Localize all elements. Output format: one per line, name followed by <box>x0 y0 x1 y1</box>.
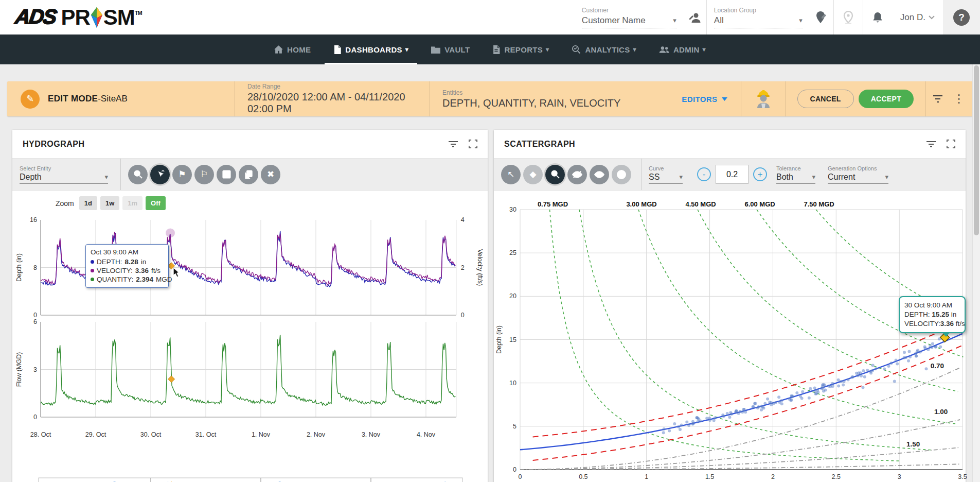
svg-text:2.5: 2.5 <box>832 473 841 480</box>
help-icon[interactable]: ? <box>953 9 970 26</box>
hydrograph-title: HYDROGRAPH <box>23 140 85 149</box>
decrease-button[interactable]: - <box>697 167 711 181</box>
svg-text:3: 3 <box>898 473 901 480</box>
edit-mode-site: -SiteAB <box>98 94 128 104</box>
app-header: ADS PR SM TM Customer Customer Name ▾ <box>0 0 980 35</box>
fullscreen-icon[interactable] <box>947 140 955 148</box>
scattergraph-tooltip: 30 Oct 9:00 AM DEPTH: 15.25 in VELOCITY:… <box>899 296 966 333</box>
editors-label: EDITORS <box>682 95 717 104</box>
generation-options-dropdown[interactable]: Generation Options Current ▾ <box>828 165 888 184</box>
tooltip-label: DEPTH: <box>904 311 932 318</box>
worker-icon[interactable] <box>741 90 786 108</box>
page-scrollbar[interactable] <box>972 64 980 482</box>
pan-tool-button[interactable] <box>150 165 170 184</box>
reset-view-button[interactable] <box>612 165 631 184</box>
scattergraph-chart[interactable]: 00.511.522.533.5051015202530Depth (in)0.… <box>494 191 973 482</box>
tooltip-label: DEPTH: <box>97 257 122 266</box>
location-group-select[interactable]: Location Group All ▾ <box>707 7 810 28</box>
svg-text:0.75 MGD: 0.75 MGD <box>538 200 568 208</box>
nav-dashboards[interactable]: DASHBOARDS ▾ <box>325 35 417 64</box>
user-menu[interactable]: Jon D. <box>892 12 943 23</box>
edit-customer-icon[interactable] <box>684 0 706 35</box>
filter-icon[interactable] <box>925 95 950 103</box>
hide-points-button[interactable] <box>567 165 587 184</box>
fullscreen-icon[interactable] <box>469 140 477 148</box>
curve-dropdown[interactable]: Curve SS ▾ <box>649 165 683 184</box>
nav-analytics[interactable]: ANALYTICS ▾ <box>563 35 645 64</box>
scattergraph-title: SCATTERGRAPH <box>504 140 575 149</box>
prism-diamond-icon <box>90 7 103 28</box>
nav-label: ANALYTICS <box>585 45 630 54</box>
tooltip-value: 3.36 <box>940 320 954 328</box>
edit-data-button[interactable] <box>217 165 236 184</box>
date-range-value: 28/10/2020 12:00 AM - 04/11/2020 02:00 P… <box>247 91 417 115</box>
select-entity-dropdown[interactable]: Select Entity Depth ▾ <box>20 165 108 184</box>
flag-button[interactable]: ⚑ <box>172 165 192 184</box>
hydrograph-chart[interactable]: 0816024036Depth (in)Velocity (ft/s)Flow … <box>12 214 488 482</box>
editors-dropdown[interactable]: EDITORS <box>668 95 740 104</box>
zoom-in-button[interactable] <box>545 165 565 184</box>
scrollbar-thumb[interactable] <box>974 65 979 235</box>
nav-reports[interactable]: REPORTS ▾ <box>484 35 558 64</box>
filter-icon[interactable] <box>448 141 458 148</box>
zoom-in-button[interactable] <box>128 165 148 184</box>
trademark: TM <box>135 10 142 16</box>
copy-button[interactable] <box>239 165 258 184</box>
select-tool-button[interactable]: ↖ <box>501 165 521 184</box>
notifications-bell-icon[interactable] <box>863 0 892 35</box>
data-editor-button[interactable]: ✖ <box>261 165 280 184</box>
customer-select[interactable]: Customer Customer Name ▾ <box>575 7 684 28</box>
svg-text:0: 0 <box>33 312 37 319</box>
circle-arrow-icon <box>616 169 627 180</box>
zoom-in-icon <box>133 169 143 179</box>
hydrograph-panel: HYDROGRAPH Select Entity Depth ▾ ⚑ <box>12 130 488 482</box>
chevron-down-icon[interactable]: ▾ <box>786 16 803 24</box>
zoom-1m-button[interactable]: 1m <box>122 196 142 210</box>
chevron-down-icon[interactable]: ▾ <box>660 16 676 24</box>
svg-text:3. Nov: 3. Nov <box>362 431 381 438</box>
tolerance-input[interactable] <box>716 165 749 184</box>
prism-text-left: PR <box>61 5 90 30</box>
ads-prism-logo: ADS PR SM TM <box>0 5 142 30</box>
svg-text:7.50 MGD: 7.50 MGD <box>804 200 834 208</box>
report-icon <box>492 45 500 54</box>
cancel-button[interactable]: CANCEL <box>797 90 854 108</box>
tooltip-unit: ft/s <box>151 266 161 275</box>
zoom-off-button[interactable]: Off <box>146 196 166 210</box>
show-points-button[interactable] <box>590 165 609 184</box>
nav-label: ADMIN <box>673 45 700 54</box>
location-pin-icon[interactable] <box>834 0 863 35</box>
accept-button[interactable]: ACCEPT <box>859 90 914 108</box>
edit-location-icon[interactable] <box>810 0 833 35</box>
increase-button[interactable]: + <box>753 167 767 181</box>
divider <box>120 159 121 190</box>
main-nav: HOME DASHBOARDS ▾ VAULT REPORTS ▾ ANALYT… <box>0 35 980 64</box>
svg-text:20: 20 <box>509 292 516 300</box>
tooltip-value: 15.25 <box>932 311 949 318</box>
zoom-1d-button[interactable]: 1d <box>79 196 97 210</box>
svg-text:2: 2 <box>461 264 465 271</box>
svg-text:15: 15 <box>509 336 516 343</box>
nav-home[interactable]: HOME <box>265 35 319 64</box>
curve-value: SS <box>649 173 660 182</box>
pan-hand-icon <box>155 169 165 179</box>
zoom-1w-button[interactable]: 1w <box>100 196 119 210</box>
hydrograph-chart-area: Zoom 1d 1w 1m Off 0816024036Depth (in)Ve… <box>12 191 488 482</box>
edit-chart-icon <box>222 170 231 179</box>
more-options-icon[interactable]: ⋮ <box>950 92 973 106</box>
filter-icon[interactable] <box>926 141 936 148</box>
home-icon <box>274 45 283 54</box>
eraser-tool-button[interactable]: ◆ <box>523 165 543 184</box>
tooltip-title: Oct 30 9:00 AM <box>91 248 164 256</box>
nav-admin[interactable]: ADMIN ▾ <box>650 35 715 64</box>
svg-text:3: 3 <box>33 366 37 373</box>
nav-vault[interactable]: VAULT <box>422 35 478 64</box>
chevron-down-icon: ▾ <box>405 46 408 53</box>
date-range-label: Date Range <box>247 83 417 90</box>
tolerance-dropdown[interactable]: Tolerance Both ▾ <box>776 165 815 184</box>
location-group-value: All <box>714 15 724 26</box>
svg-text:16: 16 <box>30 216 37 223</box>
tooltip-value: 3.36 <box>135 266 149 275</box>
nav-label: DASHBOARDS <box>345 45 402 54</box>
flag-outline-button[interactable]: ⚐ <box>194 165 214 184</box>
